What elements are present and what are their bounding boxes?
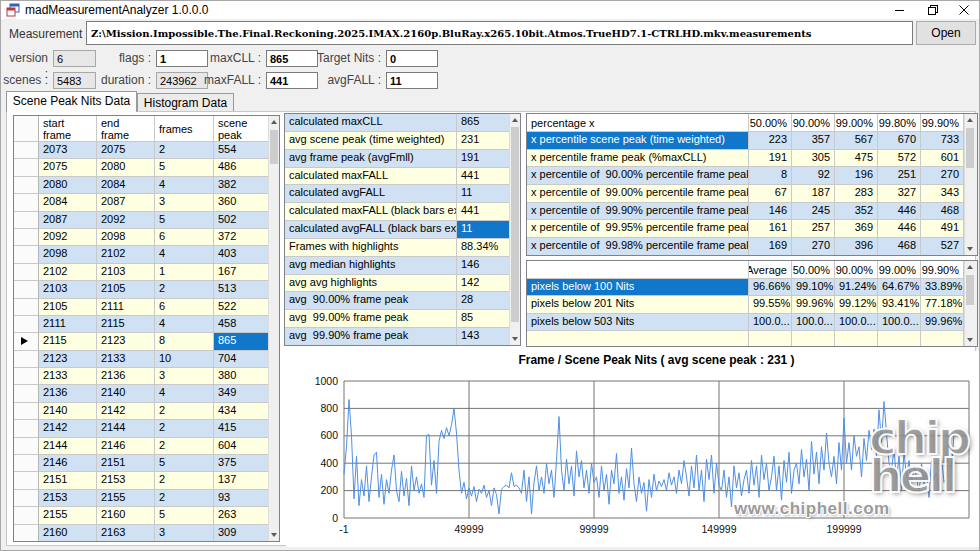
grid-cell[interactable]: 2098 bbox=[39, 246, 97, 263]
stat-value-cell[interactable]: 93.41% bbox=[878, 296, 921, 313]
calc-value-cell[interactable]: 146 bbox=[457, 257, 510, 275]
grid-cell[interactable]: 8 bbox=[155, 333, 214, 350]
stat-value-cell[interactable]: 161 bbox=[749, 220, 792, 238]
grid-cell[interactable]: 604 bbox=[214, 438, 269, 455]
stat-value-cell[interactable]: 357 bbox=[792, 132, 835, 150]
column-header[interactable]: Average bbox=[749, 261, 792, 279]
grid-cell[interactable]: 2140 bbox=[39, 403, 97, 420]
grid-cell[interactable]: 6 bbox=[155, 299, 214, 316]
calc-value-cell[interactable]: 191 bbox=[457, 150, 510, 168]
grid-cell[interactable]: 2115 bbox=[97, 316, 155, 333]
stat-value-cell[interactable]: 468 bbox=[921, 203, 964, 221]
grid-cell[interactable]: 375 bbox=[214, 455, 269, 472]
grid-cell[interactable]: 2155 bbox=[39, 507, 97, 524]
grid-cell[interactable]: 2133 bbox=[39, 368, 97, 385]
stat-value-cell[interactable]: 99.10% bbox=[792, 279, 835, 296]
row-header[interactable] bbox=[14, 333, 39, 350]
grid-cell[interactable]: 2153 bbox=[97, 472, 155, 489]
grid-cell[interactable]: 2103 bbox=[97, 264, 155, 281]
grid-cell[interactable]: 2142 bbox=[39, 420, 97, 437]
column-header[interactable] bbox=[527, 261, 749, 279]
grid-cell[interactable]: 4 bbox=[155, 316, 214, 333]
stat-value-cell[interactable]: 96.66% bbox=[749, 279, 792, 296]
grid-cell[interactable]: 2155 bbox=[97, 490, 155, 507]
scene-table-scrollbar[interactable] bbox=[268, 116, 279, 541]
calc-label-cell[interactable]: calculated avgFALL bbox=[285, 185, 457, 203]
stat-value-cell[interactable]: 270 bbox=[921, 167, 964, 185]
row-header[interactable] bbox=[14, 299, 39, 316]
stat-value-cell[interactable]: 187 bbox=[792, 185, 835, 203]
calc-label-cell[interactable]: calculated maxFALL (black bars excluded) bbox=[285, 203, 457, 221]
grid-cell[interactable]: 5 bbox=[155, 507, 214, 524]
stat-value-cell[interactable]: 670 bbox=[878, 132, 921, 150]
stat-value-cell[interactable]: 283 bbox=[835, 185, 878, 203]
grid-cell[interactable]: 349 bbox=[214, 385, 269, 402]
column-header[interactable]: 50.00% bbox=[792, 261, 835, 279]
stat-value-cell[interactable]: 572 bbox=[878, 150, 921, 168]
grid-cell[interactable]: 403 bbox=[214, 246, 269, 263]
stat-label-cell[interactable]: x percentile frame peak (%maxCLL) bbox=[527, 150, 749, 168]
grid-cell[interactable]: 2163 bbox=[97, 525, 155, 542]
tab-scene-peak-nits-data[interactable]: Scene Peak Nits Data bbox=[6, 91, 137, 112]
grid-cell[interactable]: 2 bbox=[155, 142, 214, 159]
stat-value-cell[interactable]: 77.18% bbox=[921, 296, 964, 313]
stat-value-cell[interactable]: 245 bbox=[792, 203, 835, 221]
calc-value-cell[interactable]: 28 bbox=[457, 292, 510, 310]
calc-label-cell[interactable]: Frames with highlights bbox=[285, 239, 457, 257]
stat-value-cell[interactable]: 733 bbox=[921, 132, 964, 150]
stat-value-cell[interactable]: 396 bbox=[835, 238, 878, 256]
calc-value-cell[interactable]: 441 bbox=[457, 203, 510, 221]
stat-value-cell[interactable]: 33.89% bbox=[921, 279, 964, 296]
grid-cell[interactable]: 2123 bbox=[39, 351, 97, 368]
stat-value-cell[interactable]: 92 bbox=[792, 167, 835, 185]
column-header[interactable]: 99.80% bbox=[878, 114, 921, 132]
grid-cell[interactable]: 486 bbox=[214, 159, 269, 176]
grid-cell[interactable]: 4 bbox=[155, 385, 214, 402]
grid-cell[interactable]: 137 bbox=[214, 472, 269, 489]
grid-cell[interactable]: 2105 bbox=[97, 281, 155, 298]
column-header[interactable]: 50.00% bbox=[749, 114, 792, 132]
stat-label-cell[interactable]: x percentile scene peak (time weighted) bbox=[527, 132, 749, 150]
scroll-up-icon[interactable] bbox=[269, 116, 279, 128]
stat-value-cell[interactable]: 146 bbox=[749, 203, 792, 221]
calc-label-cell[interactable]: avg 90.00% frame peak bbox=[285, 292, 457, 310]
grid-cell[interactable]: 554 bbox=[214, 142, 269, 159]
stat-label-cell[interactable]: x percentile of 99.98% percentile frame … bbox=[527, 238, 749, 256]
stat-value-cell[interactable]: 270 bbox=[792, 238, 835, 256]
column-header[interactable]: percentage x bbox=[527, 114, 749, 132]
row-header[interactable] bbox=[14, 264, 39, 281]
stat-value-cell[interactable]: 191 bbox=[749, 150, 792, 168]
calc-label-cell[interactable]: avg scene peak (time weighted) bbox=[285, 132, 457, 150]
row-header[interactable] bbox=[14, 351, 39, 368]
row-header[interactable] bbox=[14, 403, 39, 420]
calc-value-cell[interactable]: 142 bbox=[457, 275, 510, 293]
column-header[interactable]: end frame bbox=[97, 116, 155, 142]
scroll-down-icon[interactable] bbox=[965, 334, 975, 346]
grid-cell[interactable]: 360 bbox=[214, 194, 269, 211]
grid-cell[interactable]: 2160 bbox=[39, 525, 97, 542]
stat-value-cell[interactable]: 169 bbox=[749, 238, 792, 256]
grid-cell[interactable]: 3 bbox=[155, 525, 214, 542]
stat-value-cell[interactable]: 475 bbox=[835, 150, 878, 168]
stat-label-cell[interactable] bbox=[527, 331, 749, 347]
calc-value-cell[interactable]: 88.34% bbox=[457, 239, 510, 257]
open-button[interactable]: Open bbox=[916, 21, 976, 45]
calc-label-cell[interactable]: calculated avgFALL (black bars excluded) bbox=[285, 221, 457, 239]
grid-cell[interactable]: 372 bbox=[214, 229, 269, 246]
grid-cell[interactable]: 458 bbox=[214, 316, 269, 333]
row-header[interactable] bbox=[14, 246, 39, 263]
grid-cell[interactable]: 2160 bbox=[97, 507, 155, 524]
stat-value-cell[interactable]: 64.67% bbox=[878, 279, 921, 296]
grid-cell[interactable]: 2087 bbox=[97, 194, 155, 211]
grid-cell[interactable]: 2146 bbox=[97, 438, 155, 455]
stat-value-cell[interactable]: 527 bbox=[921, 238, 964, 256]
stat-label-cell[interactable]: pixels below 201 Nits bbox=[527, 296, 749, 313]
row-header[interactable] bbox=[14, 385, 39, 402]
stat-value-cell[interactable]: 446 bbox=[878, 220, 921, 238]
stat-value-cell[interactable]: 567 bbox=[835, 132, 878, 150]
version-field[interactable] bbox=[53, 50, 96, 67]
scroll-down-icon[interactable] bbox=[269, 529, 279, 541]
close-button[interactable] bbox=[949, 1, 979, 19]
calc-value-cell[interactable]: 85 bbox=[457, 310, 510, 328]
stat-value-cell[interactable]: 99.55% bbox=[749, 296, 792, 313]
